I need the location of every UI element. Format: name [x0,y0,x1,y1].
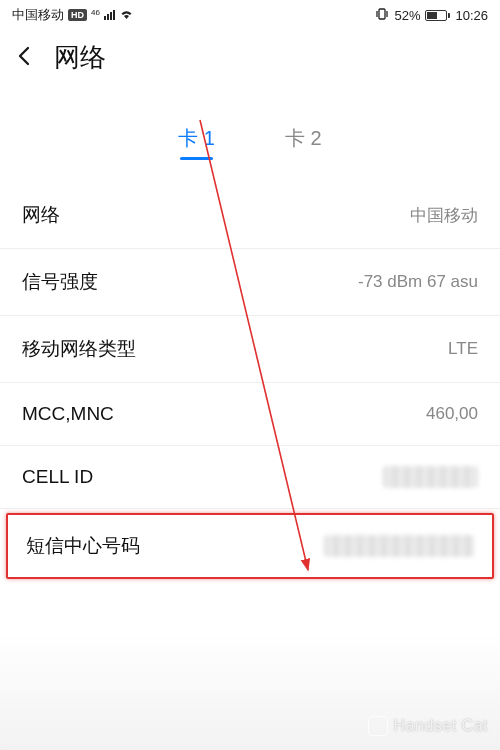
vibrate-icon [375,7,389,24]
sim-tabs: 卡 1 卡 2 [0,125,500,160]
svg-rect-0 [379,9,385,19]
row-label: 信号强度 [22,269,98,295]
watermark-text: Handset Cat [394,717,488,735]
redacted-value [324,535,474,557]
redacted-value [383,466,478,488]
carrier-label: 中国移动 [12,6,64,24]
status-right: 52% 10:26 [375,7,488,24]
battery-pct: 52% [394,8,420,23]
row-signal[interactable]: 信号强度 -73 dBm 67 asu [0,249,500,316]
row-mccmnc[interactable]: MCC,MNC 460,00 [0,383,500,446]
row-label: 短信中心号码 [26,533,140,559]
net-gen: 46 [91,8,100,17]
watermark-icon [368,716,388,736]
tab-sim2[interactable]: 卡 2 [285,125,322,160]
row-value: LTE [448,339,478,359]
back-icon[interactable] [14,45,36,71]
row-value: 中国移动 [410,204,478,227]
page-header: 网络 [0,26,500,85]
row-value: -73 dBm 67 asu [358,272,478,292]
row-value: 460,00 [426,404,478,424]
phone-screen: 中国移动 HD 46 52% 10:26 网络 卡 1 卡 2 [0,0,500,750]
row-network[interactable]: 网络 中国移动 [0,182,500,249]
signal-icon [104,10,115,20]
battery-icon [425,10,450,21]
row-smsc[interactable]: 短信中心号码 [6,513,494,579]
row-label: CELL ID [22,466,93,488]
settings-list: 网络 中国移动 信号强度 -73 dBm 67 asu 移动网络类型 LTE M… [0,182,500,579]
row-nettype[interactable]: 移动网络类型 LTE [0,316,500,383]
row-label: 网络 [22,202,60,228]
watermark: Handset Cat [368,716,488,736]
row-cellid[interactable]: CELL ID [0,446,500,509]
clock: 10:26 [455,8,488,23]
status-bar: 中国移动 HD 46 52% 10:26 [0,0,500,26]
status-left: 中国移动 HD 46 [12,6,134,24]
row-label: MCC,MNC [22,403,114,425]
tab-sim1[interactable]: 卡 1 [178,125,215,160]
page-title: 网络 [54,40,106,75]
wifi-icon [119,8,134,23]
hd-badge: HD [68,9,87,21]
row-label: 移动网络类型 [22,336,136,362]
